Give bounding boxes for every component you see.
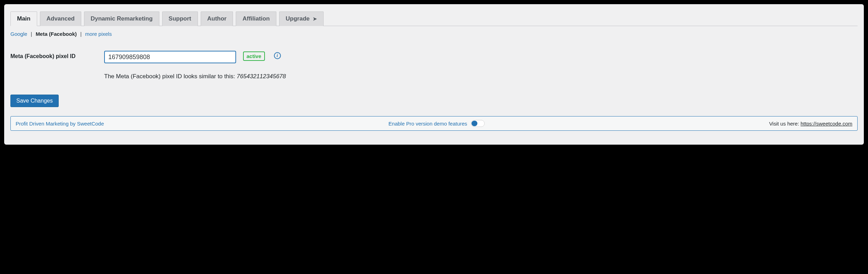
settings-panel: Main Advanced Dynamic Remarketing Suppor… <box>4 4 864 145</box>
footer-demo-label: Enable Pro version demo features <box>389 121 467 127</box>
toggle-knob <box>471 121 477 126</box>
helper-text: The Meta (Facebook) pixel ID looks simil… <box>104 73 858 80</box>
pixel-id-row: Meta (Facebook) pixel ID active i <box>10 51 858 63</box>
info-icon[interactable]: i <box>274 52 281 59</box>
footer-demo-toggle-group: Enable Pro version demo features <box>389 120 485 127</box>
footer-visit-link[interactable]: https://sweetcode.com <box>801 121 852 127</box>
separator: | <box>80 31 82 37</box>
subnav-google[interactable]: Google <box>10 31 27 37</box>
status-badge: active <box>243 51 265 61</box>
helper-prefix: The Meta (Facebook) pixel ID looks simil… <box>104 73 237 80</box>
tab-affiliation[interactable]: Affiliation <box>236 11 276 26</box>
footer-brand-link[interactable]: Profit Driven Marketing by SweetCode <box>16 121 104 127</box>
separator: | <box>31 31 32 37</box>
tab-upgrade[interactable]: Upgrade ➤ <box>279 11 324 26</box>
footer-visit-prefix: Visit us here: <box>769 121 801 127</box>
pixel-id-input[interactable] <box>104 51 236 63</box>
tab-upgrade-label: Upgrade <box>286 15 310 22</box>
subnav-more-pixels[interactable]: more pixels <box>85 31 112 37</box>
tab-bar: Main Advanced Dynamic Remarketing Suppor… <box>10 11 858 26</box>
tab-advanced[interactable]: Advanced <box>40 11 81 26</box>
pixel-subnav: Google | Meta (Facebook) | more pixels <box>10 31 858 37</box>
tab-dynamic-remarketing[interactable]: Dynamic Remarketing <box>84 11 159 26</box>
arrow-right-icon: ➤ <box>313 16 317 22</box>
tab-main[interactable]: Main <box>10 11 37 26</box>
subnav-meta: Meta (Facebook) <box>36 31 77 37</box>
save-changes-button[interactable]: Save Changes <box>10 95 59 107</box>
footer-visit: Visit us here: https://sweetcode.com <box>769 121 852 127</box>
footer-bar: Profit Driven Marketing by SweetCode Ena… <box>10 116 858 131</box>
tab-support[interactable]: Support <box>162 11 198 26</box>
pixel-id-label: Meta (Facebook) pixel ID <box>10 51 101 59</box>
helper-example: 765432112345678 <box>237 73 286 80</box>
tab-author[interactable]: Author <box>201 11 233 26</box>
demo-features-toggle[interactable] <box>471 120 485 127</box>
